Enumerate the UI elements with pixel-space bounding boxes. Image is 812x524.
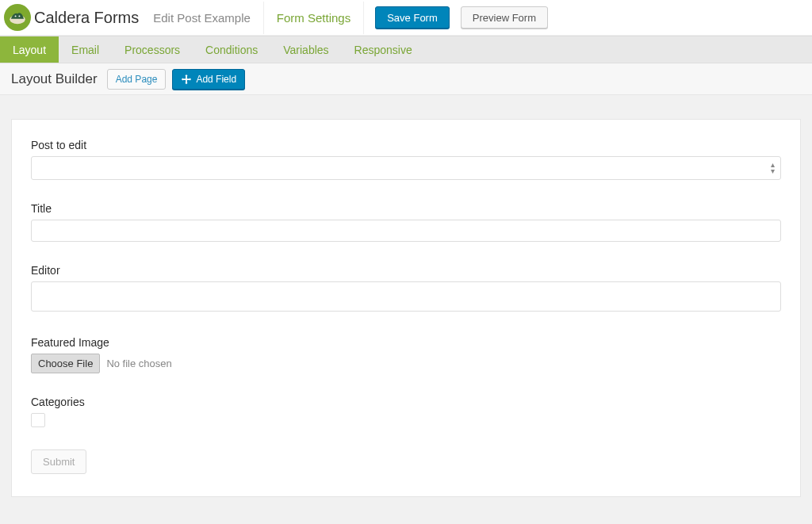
- featured-image-label: Featured Image: [31, 336, 781, 349]
- svg-point-1: [15, 15, 17, 17]
- brand-logo: [4, 4, 31, 31]
- submit-button[interactable]: Submit: [31, 449, 86, 474]
- tab-conditions[interactable]: Conditions: [193, 36, 270, 63]
- svg-point-2: [18, 15, 20, 17]
- top-bar: Caldera Forms Edit Post Example Form Set…: [0, 0, 812, 36]
- editor-label: Editor: [31, 264, 781, 277]
- field-title: Title: [31, 202, 781, 242]
- choose-file-button[interactable]: Choose File: [31, 354, 100, 373]
- field-editor: Editor: [31, 264, 781, 314]
- caldera-icon: [7, 7, 28, 28]
- form-preview-card: Post to edit ▴▾ Title Editor Featured Im…: [11, 119, 801, 497]
- field-featured-image: Featured Image Choose File No file chose…: [31, 336, 781, 373]
- add-field-button[interactable]: Add Field: [172, 69, 245, 90]
- post-to-edit-select[interactable]: [31, 156, 781, 180]
- builder-toolbar: Layout Builder Add Page Add Field: [0, 63, 812, 95]
- toolbar-title: Layout Builder: [11, 71, 98, 87]
- tabs-bar: Layout Email Processors Conditions Varia…: [0, 36, 812, 63]
- post-to-edit-label: Post to edit: [31, 139, 781, 151]
- content-area: Post to edit ▴▾ Title Editor Featured Im…: [0, 95, 812, 508]
- field-categories: Categories: [31, 396, 781, 427]
- page-subtitle: Edit Post Example: [153, 11, 251, 25]
- tab-variables[interactable]: Variables: [270, 36, 341, 63]
- field-post-to-edit: Post to edit ▴▾: [31, 139, 781, 180]
- tab-responsive[interactable]: Responsive: [342, 36, 425, 63]
- file-status: No file chosen: [106, 358, 171, 369]
- preview-button[interactable]: Preview Form: [461, 6, 548, 29]
- add-field-label: Add Field: [196, 75, 236, 84]
- title-input[interactable]: [31, 220, 781, 242]
- move-icon: [181, 74, 192, 85]
- tab-processors[interactable]: Processors: [112, 36, 193, 63]
- file-row: Choose File No file chosen: [31, 354, 781, 373]
- save-button[interactable]: Save Form: [375, 6, 450, 29]
- brand-title: Caldera Forms: [34, 9, 139, 27]
- categories-checkbox[interactable]: [31, 413, 45, 427]
- post-to-edit-select-wrap: ▴▾: [31, 156, 781, 180]
- tab-email[interactable]: Email: [59, 36, 112, 63]
- form-settings-link[interactable]: Form Settings: [263, 2, 364, 34]
- title-label: Title: [31, 202, 781, 215]
- editor-textarea[interactable]: [31, 281, 781, 312]
- add-page-button[interactable]: Add Page: [107, 69, 167, 90]
- categories-label: Categories: [31, 396, 781, 408]
- tab-layout[interactable]: Layout: [0, 36, 59, 63]
